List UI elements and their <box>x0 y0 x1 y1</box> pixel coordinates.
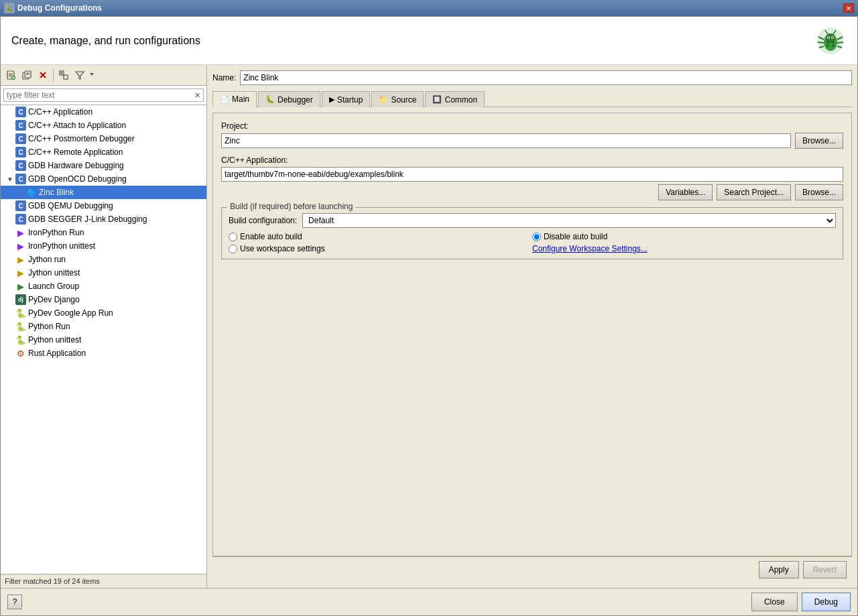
tree-item-label: PyDev Google App Run <box>28 308 113 318</box>
variables-button[interactable]: Variables... <box>658 184 713 200</box>
tree-panel: C C/C++ Application C C/C++ Attach to Ap… <box>1 105 206 574</box>
tabs-bar: 📄 Main 🐛 Debugger ▶ Startup 📁 Source 🔲 <box>212 90 852 107</box>
filter-button[interactable] <box>72 68 87 82</box>
workspace-radio-row: Use workspace settings <box>229 244 532 253</box>
tree-expand-icon <box>6 242 14 250</box>
duplicate-config-button[interactable] <box>19 68 34 82</box>
project-row: Browse... <box>221 133 843 149</box>
app-input[interactable] <box>221 167 843 182</box>
app-label: C/C++ Application: <box>221 156 843 165</box>
configure-workspace-link[interactable]: Configure Workspace Settings... <box>532 244 648 253</box>
tab-common[interactable]: 🔲 Common <box>425 91 485 107</box>
delete-config-button[interactable] <box>36 68 50 82</box>
tree-item-launch-group[interactable]: ▶ Launch Group <box>1 280 206 293</box>
tree-item-ironpython-run[interactable]: ▶ IronPython Run <box>1 226 206 239</box>
project-group: Project: Browse... <box>221 121 843 149</box>
tree-expand-icon <box>6 202 14 210</box>
workspace-settings-radio[interactable] <box>229 245 237 253</box>
filter-input[interactable] <box>4 89 191 101</box>
tab-startup[interactable]: ▶ Startup <box>322 91 371 107</box>
tree-item-label: PyDev Django <box>28 295 80 304</box>
tree-item-label: Launch Group <box>28 282 79 291</box>
enable-auto-radio-row: Enable auto build <box>229 232 532 241</box>
workspace-settings-label[interactable]: Use workspace settings <box>240 244 325 253</box>
tree-item-c-cpp-app[interactable]: C C/C++ Application <box>1 105 206 119</box>
tree-item-rust-app[interactable]: ⚙ Rust Application <box>1 347 206 360</box>
new-config-button[interactable] <box>3 68 18 82</box>
left-toolbar <box>1 65 206 86</box>
tree-item-gdb-qemu[interactable]: C GDB QEMU Debugging <box>1 199 206 212</box>
name-input[interactable] <box>240 70 852 85</box>
title-bar-left: 🐛 Debug Configurations <box>4 3 102 13</box>
enable-auto-label[interactable]: Enable auto build <box>240 232 302 241</box>
tree-item-c-cpp-remote[interactable]: C C/C++ Remote Application <box>1 145 206 159</box>
tree-expand-icon <box>6 148 14 156</box>
tree-expand-icon <box>6 229 14 237</box>
dialog: Create, manage, and run configurations <box>0 16 858 616</box>
gdb-segger-icon: C <box>15 214 26 225</box>
app-group: C/C++ Application: Variables... Search P… <box>221 156 843 200</box>
tree-expand-icon <box>6 282 14 290</box>
tree-item-c-cpp-attach[interactable]: C C/C++ Attach to Application <box>1 119 206 132</box>
tree-item-python-run[interactable]: 🐍 Python Run <box>1 320 206 333</box>
dialog-header: Create, manage, and run configurations <box>1 17 857 65</box>
search-project-button[interactable]: Search Project... <box>717 184 791 200</box>
window-close-button[interactable]: ✕ <box>843 3 854 13</box>
tree-item-jython-unittest[interactable]: ▶ Jython unittest <box>1 266 206 280</box>
tab-source[interactable]: 📁 Source <box>371 91 424 107</box>
tree-item-python-unittest[interactable]: 🐍 Python unittest <box>1 333 206 347</box>
close-button[interactable]: Close <box>751 593 798 611</box>
zinc-blink-icon: 🔷 <box>26 187 37 198</box>
tab-debugger[interactable]: 🐛 Debugger <box>258 91 320 107</box>
disable-auto-radio[interactable] <box>532 233 541 241</box>
revert-button[interactable]: Revert <box>803 561 847 578</box>
tab-common-label: Common <box>444 95 477 105</box>
tree-item-zinc-blink[interactable]: 🔷 Zinc Blink <box>1 186 206 199</box>
jython-unittest-icon: ▶ <box>15 267 26 278</box>
disable-auto-label[interactable]: Disable auto build <box>544 232 607 241</box>
filter-input-wrap: ✕ <box>3 88 204 102</box>
tree-expand-icon <box>17 188 25 196</box>
filter-box: ✕ <box>1 86 206 105</box>
pydev-django-icon: dj <box>15 294 26 305</box>
svg-point-15 <box>827 41 829 43</box>
right-panel: Name: 📄 Main 🐛 Debugger ▶ Startup <box>207 65 857 588</box>
project-input[interactable] <box>221 133 791 148</box>
tree-item-gdb-hardware[interactable]: C GDB Hardware Debugging <box>1 159 206 172</box>
enable-auto-radio[interactable] <box>229 233 237 241</box>
app-browse-button[interactable]: Browse... <box>795 184 843 200</box>
svg-marker-36 <box>76 72 84 79</box>
project-browse-button[interactable]: Browse... <box>795 133 843 149</box>
tree-item-label: C/C++ Remote Application <box>28 147 123 157</box>
debug-button[interactable]: Debug <box>802 593 851 611</box>
tree-expand-icon <box>6 336 14 344</box>
python-run-icon: 🐍 <box>15 321 26 332</box>
tree-item-label: GDB SEGGER J-Link Debugging <box>28 214 147 224</box>
tree-item-pydev-google[interactable]: 🐍 PyDev Google App Run <box>1 306 206 320</box>
tree-item-gdb-segger[interactable]: C GDB SEGGER J-Link Debugging <box>1 212 206 226</box>
filter-clear-button[interactable]: ✕ <box>191 89 203 101</box>
gdb-openocd-expand-icon[interactable]: ▼ <box>6 175 14 183</box>
tree-expand-icon <box>6 108 14 116</box>
tree-item-label: Rust Application <box>28 349 86 358</box>
svg-marker-37 <box>90 73 94 76</box>
help-button[interactable]: ? <box>7 595 22 609</box>
build-section-title: Build (if required) before launching <box>227 202 355 211</box>
build-radio-grid: Enable auto build Disable auto build Use… <box>229 232 836 253</box>
tree-item-c-cpp-postmortem[interactable]: C C/C++ Postmortem Debugger <box>1 132 206 145</box>
tree-item-jython-run[interactable]: ▶ Jython run <box>1 253 206 266</box>
tree-item-pydev-django[interactable]: dj PyDev Django <box>1 293 206 306</box>
tab-debugger-label: Debugger <box>278 95 313 105</box>
app-row <box>221 167 843 182</box>
tree-item-ironpython-unittest[interactable]: ▶ IronPython unittest <box>1 239 206 253</box>
svg-line-4 <box>818 42 824 43</box>
tab-main[interactable]: 📄 Main <box>212 91 257 107</box>
tab-main-label: Main <box>232 95 249 104</box>
c-cpp-attach-icon: C <box>15 120 26 131</box>
project-label: Project: <box>221 121 843 131</box>
app-icon: 🐛 <box>4 3 15 13</box>
build-config-select[interactable]: Default Debug Release <box>302 213 836 228</box>
apply-button[interactable]: Apply <box>759 561 799 578</box>
tree-item-gdb-openocd[interactable]: ▼ C GDB OpenOCD Debugging <box>1 172 206 186</box>
collapse-all-button[interactable] <box>56 68 71 82</box>
